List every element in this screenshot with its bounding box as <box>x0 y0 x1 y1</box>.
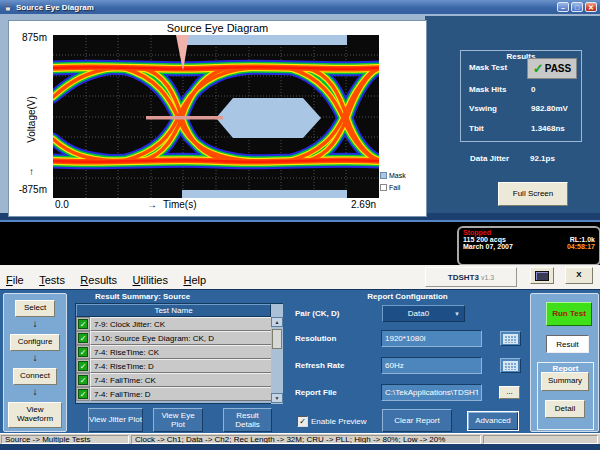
browse-button[interactable]: ... <box>499 386 520 399</box>
flow-arrow-icon: ↓ <box>29 353 41 363</box>
close-icon[interactable]: ✕ <box>585 2 597 12</box>
legend-mask-item: Mask <box>380 172 406 179</box>
report-groupbox: Report Summary Detail <box>537 362 594 430</box>
window-switch-icon <box>535 271 549 281</box>
maximize-icon[interactable]: □ <box>571 2 583 12</box>
table-scrollbar[interactable]: ▲ ▼ <box>271 304 283 404</box>
table-row[interactable]: ✓ 7-9: Clock Jitter: CK <box>76 317 272 331</box>
acquisition-time: 04:58:17 <box>567 243 595 250</box>
y-axis-title: Voltage(V) <box>26 80 37 160</box>
test-name-cell: 7-4: RiseTime: CK <box>90 345 272 359</box>
mask-hits-label: Mask Hits <box>469 85 506 94</box>
y-axis-max-label: 875m <box>11 32 47 43</box>
view-jitter-plot-button[interactable]: View Jitter Plot <box>88 408 143 432</box>
table-row[interactable]: ✓ 7-4: RiseTime: CK <box>76 345 272 359</box>
menu-help[interactable]: Help <box>183 274 206 286</box>
acquisition-status: Stopped <box>463 229 595 236</box>
tdsht3-application: Source Eye Diagram – □ ✕ Source Eye Diag… <box>0 0 600 450</box>
result-button[interactable]: Result <box>546 335 589 353</box>
mask-legend-label: Mask <box>389 172 406 179</box>
row-pass-checkbox: ✓ <box>76 317 90 331</box>
full-screen-button[interactable]: Full Screen <box>498 182 568 206</box>
plot-window-titlebar[interactable]: Source Eye Diagram – □ ✕ <box>0 0 600 14</box>
data-jitter-value: 92.1ps <box>530 154 555 163</box>
plot-title: Source Eye Diagram <box>9 22 426 34</box>
resolution-input[interactable] <box>381 330 482 347</box>
results-groupbox: Results Mask Test ✓ PASS Mask Hits 0 Vsw… <box>460 50 582 142</box>
clear-report-button[interactable]: Clear Report <box>382 409 452 432</box>
app-version: v1.3 <box>481 274 494 281</box>
test-name-cell: 7-4: RiseTime: D <box>90 359 272 373</box>
report-file-input[interactable] <box>381 384 482 401</box>
table-row[interactable]: ✓ 7-4: FallTime: CK <box>76 373 272 387</box>
check-icon: ✓ <box>78 333 88 343</box>
table-row[interactable]: ✓ 7-4: FallTime: D <box>76 387 272 401</box>
menu-results[interactable]: Results <box>80 274 117 286</box>
pair-dropdown[interactable]: Data0 ▼ <box>382 305 465 322</box>
run-test-button[interactable]: Run Test <box>546 302 592 326</box>
summary-button[interactable]: Summary <box>541 372 589 391</box>
row-pass-checkbox: ✓ <box>76 387 90 401</box>
bottom-strip <box>0 444 600 450</box>
java-app-icon <box>3 2 13 12</box>
status-configuration: Clock -> Ch1; Data -> Ch2; Rec Length ->… <box>131 435 481 444</box>
view-eye-plot-button[interactable]: View Eye Plot <box>153 408 203 432</box>
record-length: RL:1.0k <box>570 236 595 243</box>
menu-tests[interactable]: Tests <box>39 274 65 286</box>
resolution-keypad-button[interactable] <box>500 331 521 346</box>
test-name-cell: 7-10: Source Eye Diagram: CK, D <box>90 331 272 345</box>
mask-test-label: Mask Test <box>469 63 507 72</box>
x-axis-min-label: 0.0 <box>55 199 69 210</box>
view-waveform-button[interactable]: View Waveform <box>8 402 62 428</box>
app-name: TDSHT3 <box>448 273 479 282</box>
scrollbar-thumb[interactable] <box>272 329 282 349</box>
scroll-down-icon[interactable]: ▼ <box>271 393 283 403</box>
status-selection: Source -> Multiple Tests <box>1 435 129 444</box>
check-icon: ✓ <box>78 361 88 371</box>
configure-button[interactable]: Configure <box>10 334 60 351</box>
select-button[interactable]: Select <box>15 300 55 317</box>
vswing-label: Vswing <box>469 104 497 113</box>
flow-arrow-icon: ↓ <box>29 319 41 329</box>
check-icon: ✓ <box>78 375 88 385</box>
advanced-button[interactable]: Advanced <box>468 412 518 430</box>
app-close-button[interactable]: X <box>565 267 593 284</box>
menu-file[interactable]: File <box>6 274 24 286</box>
table-row[interactable]: ✓ 7-10: Source Eye Diagram: CK, D <box>76 331 272 345</box>
pair-label: Pair (CK, D) <box>295 309 339 318</box>
connect-button[interactable]: Connect <box>13 368 57 385</box>
status-spare-section <box>483 435 598 444</box>
row-pass-checkbox: ✓ <box>76 373 90 387</box>
acquisition-count: 115 200 acqs <box>463 236 506 243</box>
menu-utilities[interactable]: Utilities <box>133 274 168 286</box>
result-summary-table: Test Name ✓ 7-9: Clock Jitter: CK ✓ 7-10… <box>75 303 283 404</box>
refresh-rate-keypad-button[interactable] <box>500 358 521 373</box>
check-icon: ✓ <box>78 347 88 357</box>
checkbox-check-icon: ✓ <box>299 418 306 426</box>
result-summary-title: Result Summary: Source <box>95 292 190 301</box>
enable-preview-checkbox[interactable]: ✓ <box>297 416 308 427</box>
row-pass-checkbox: ✓ <box>76 359 90 373</box>
pair-dropdown-value: Data0 <box>383 309 454 318</box>
fail-legend-swatch <box>380 184 387 191</box>
refresh-rate-label: Refresh Rate <box>295 361 344 370</box>
check-icon: ✓ <box>78 319 88 329</box>
acquisition-bar: Stopped 115 200 acqs RL:1.0k March 07, 2… <box>0 222 600 265</box>
result-details-button[interactable]: Result Details <box>223 408 272 432</box>
app-name-plate: TDSHT3 v1.3 <box>425 267 517 287</box>
table-row[interactable]: ✓ 7-4: RiseTime: D <box>76 359 272 373</box>
mask-hits-value: 0 <box>531 85 535 94</box>
scroll-up-icon[interactable]: ▲ <box>271 317 283 327</box>
flow-arrow-icon: ↓ <box>29 387 41 397</box>
control-panel: Select ↓ Configure ↓ Connect ↓ View Wave… <box>0 289 600 433</box>
row-pass-checkbox: ✓ <box>76 345 90 359</box>
window-switch-button[interactable] <box>530 267 554 284</box>
minimize-icon[interactable]: – <box>557 2 569 12</box>
test-name-cell: 7-9: Clock Jitter: CK <box>90 317 272 331</box>
y-axis-min-label: -875m <box>9 184 47 195</box>
detail-button[interactable]: Detail <box>545 400 585 418</box>
enable-preview-label: Enable Preview <box>311 417 367 426</box>
refresh-rate-input[interactable] <box>381 357 482 374</box>
row-pass-checkbox: ✓ <box>76 331 90 345</box>
acquisition-readout: Stopped 115 200 acqs RL:1.0k March 07, 2… <box>457 226 600 266</box>
